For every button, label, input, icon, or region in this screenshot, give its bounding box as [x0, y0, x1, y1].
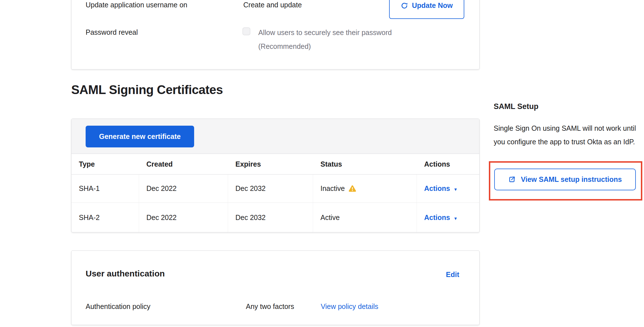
- saml-setup-description: Single Sign On using SAML will not work …: [494, 121, 641, 149]
- cert-expires: Dec 2032: [228, 175, 313, 202]
- saml-certificates-card: Generate new certificate Type Created Ex…: [71, 119, 480, 232]
- certificates-table: Type Created Expires Status Actions SHA-…: [71, 154, 479, 232]
- cert-status-cell: Active: [313, 203, 417, 232]
- table-row: SHA-2 Dec 2022 Dec 2032 Active Actions▼: [71, 203, 479, 232]
- col-header-actions: Actions: [417, 154, 479, 174]
- cert-created: Dec 2022: [139, 203, 228, 232]
- edit-link[interactable]: Edit: [446, 271, 459, 279]
- user-authentication-card: User authentication Edit Authentication …: [71, 250, 480, 325]
- external-link-icon: [508, 176, 516, 183]
- col-header-created: Created: [139, 154, 228, 174]
- cert-expires: Dec 2032: [228, 203, 313, 232]
- status-text: Active: [320, 213, 340, 222]
- view-saml-setup-label: View SAML setup instructions: [521, 175, 622, 184]
- actions-menu-button[interactable]: Actions▼: [424, 213, 458, 222]
- update-username-label: Update application username on: [86, 1, 187, 9]
- actions-label: Actions: [424, 184, 450, 192]
- cert-actions-cell: Actions▼: [417, 203, 479, 232]
- password-reveal-help-line2: (Recommended): [258, 42, 311, 51]
- section-title: SAML Signing Certificates: [71, 83, 223, 97]
- cert-status-cell: Inactive: [313, 175, 417, 202]
- user-authentication-title: User authentication: [86, 269, 165, 278]
- cert-created: Dec 2022: [139, 175, 228, 202]
- view-saml-setup-instructions-button[interactable]: View SAML setup instructions: [494, 169, 636, 190]
- refresh-icon: [401, 2, 408, 9]
- cert-type: SHA-1: [71, 175, 139, 202]
- password-reveal-checkbox[interactable]: [242, 27, 250, 35]
- cert-type: SHA-2: [71, 203, 139, 232]
- page: Update application username on Create an…: [0, 0, 644, 327]
- actions-menu-button[interactable]: Actions▼: [424, 184, 458, 193]
- generate-new-certificate-button[interactable]: Generate new certificate: [86, 126, 194, 147]
- certificates-toolbar: Generate new certificate: [71, 119, 479, 154]
- password-reveal-label: Password reveal: [86, 28, 138, 36]
- table-row: SHA-1 Dec 2022 Dec 2032 Inactive: [71, 175, 479, 203]
- caret-down-icon: ▼: [454, 216, 458, 221]
- col-header-expires: Expires: [228, 154, 313, 174]
- password-reveal-help-line1: Allow users to securely see their passwo…: [258, 28, 392, 37]
- col-header-status: Status: [313, 154, 417, 174]
- view-policy-details-link[interactable]: View policy details: [321, 302, 378, 311]
- authentication-policy-value: Any two factors: [246, 302, 294, 311]
- update-now-label: Update Now: [412, 1, 453, 10]
- authentication-policy-label: Authentication policy: [86, 302, 150, 311]
- cert-actions-cell: Actions▼: [417, 175, 479, 202]
- update-now-button[interactable]: Update Now: [389, 0, 464, 19]
- col-header-type: Type: [71, 154, 139, 174]
- update-username-value: Create and update: [243, 1, 302, 9]
- caret-down-icon: ▼: [454, 187, 458, 192]
- status-text: Inactive: [320, 184, 345, 193]
- actions-label: Actions: [424, 213, 450, 221]
- sign-on-settings-card: Update application username on Create an…: [71, 0, 480, 69]
- saml-setup-title: SAML Setup: [494, 102, 539, 111]
- table-header-row: Type Created Expires Status Actions: [71, 154, 479, 175]
- warning-icon: [348, 185, 356, 192]
